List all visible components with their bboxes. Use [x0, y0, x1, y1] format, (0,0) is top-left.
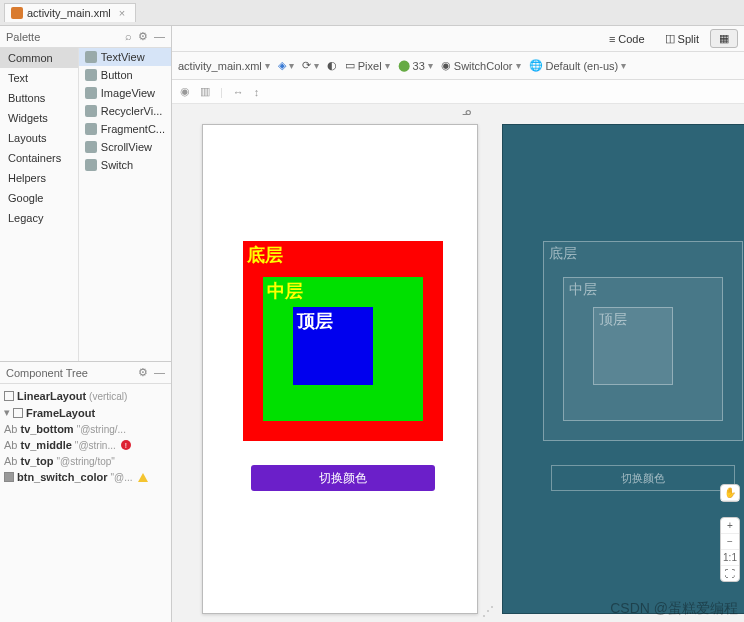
mode-split[interactable]: ◫Split [656, 29, 708, 48]
tree-tv-bottom[interactable]: Ab tv_bottom "@string/... [2, 421, 169, 437]
button-icon [4, 472, 14, 482]
phone-icon: ▭ [345, 59, 355, 72]
locale-selector[interactable]: 🌐 Default (en-us)▾ [529, 59, 627, 72]
category-widgets[interactable]: Widgets [0, 108, 78, 128]
orientation-icon[interactable]: ⟳▾ [302, 59, 319, 72]
gear-icon[interactable]: ⚙ [138, 30, 148, 43]
component-scrollview[interactable]: ScrollView [79, 138, 171, 156]
code-icon: ≡ [609, 33, 615, 45]
zoom-full[interactable]: ⛶ [721, 566, 739, 581]
imageview-icon [85, 87, 97, 99]
blueprint-preview[interactable]: 底层 中层 顶层 切换颜色 [502, 124, 744, 614]
search-icon[interactable]: ⌕ [125, 30, 132, 43]
zoom-out[interactable]: − [721, 534, 739, 550]
tv-top-text: 顶层 [297, 309, 333, 333]
grid-icon[interactable]: ▥ [200, 85, 210, 98]
tree-linearlayout[interactable]: LinearLayout (vertical) [2, 388, 169, 404]
recyclerview-icon [85, 105, 97, 117]
zoom-in[interactable]: + [721, 518, 739, 534]
file-tab-label: activity_main.xml [27, 7, 111, 19]
night-icon[interactable]: ◐ [327, 59, 337, 72]
file-tab[interactable]: activity_main.xml × [4, 3, 136, 22]
split-icon: ◫ [665, 32, 675, 45]
warning-icon [138, 473, 148, 482]
category-legacy[interactable]: Legacy [0, 208, 78, 228]
fragment-icon [85, 123, 97, 135]
tv-bottom-text: 底层 [247, 243, 283, 267]
component-recyclerview[interactable]: RecyclerVi... [79, 102, 171, 120]
component-tree-title: Component Tree [6, 367, 88, 379]
design-toolbar: activity_main.xml▾ ◈▾ ⟳▾ ◐ ▭ Pixel▾ ⬤ 33… [172, 52, 744, 80]
tree-tv-top[interactable]: Ab tv_top "@string/top" [2, 453, 169, 469]
bp-switch-button[interactable]: 切换颜色 [551, 465, 735, 491]
locale-icon: 🌐 [529, 59, 543, 72]
error-icon: ! [121, 440, 131, 450]
zoom-controls: ✋ [720, 484, 740, 502]
tree-tv-middle[interactable]: Ab tv_middle "@strin...! [2, 437, 169, 453]
category-containers[interactable]: Containers [0, 148, 78, 168]
collapse-icon[interactable]: — [154, 366, 165, 379]
device-selector[interactable]: ▭ Pixel▾ [345, 59, 390, 72]
layout-icon [13, 408, 23, 418]
category-google[interactable]: Google [0, 188, 78, 208]
mode-code[interactable]: ≡Code [600, 30, 654, 48]
category-text[interactable]: Text [0, 68, 78, 88]
gear-icon[interactable]: ⚙ [138, 366, 148, 379]
category-layouts[interactable]: Layouts [0, 128, 78, 148]
bp-middle-text: 中层 [569, 281, 597, 299]
tree-btn-switch[interactable]: btn_switch_color "@... [2, 469, 169, 485]
zoom-fit[interactable]: 1:1 [721, 550, 739, 566]
android-icon: ⬤ [398, 59, 410, 72]
surface-icon[interactable]: ◈▾ [278, 59, 294, 72]
expand-icon[interactable]: ↕ [254, 86, 260, 98]
collapse-icon[interactable]: — [154, 30, 165, 43]
bp-top-text: 顶层 [599, 311, 627, 329]
design-icon: ▦ [719, 32, 729, 45]
design-canvas[interactable]: ᓄ 底层 中层 顶层 切换颜色 [172, 104, 744, 622]
palette-title: Palette [6, 31, 40, 43]
hand-icon[interactable]: ✋ [721, 485, 739, 501]
zoom-controls-2: + − 1:1 ⛶ [720, 517, 740, 582]
design-sub-toolbar: ◉ ▥ | ↔ ↕ [172, 80, 744, 104]
file-selector[interactable]: activity_main.xml▾ [178, 60, 270, 72]
switch-icon [85, 159, 97, 171]
palette-header: Palette ⌕ ⚙ — [0, 26, 171, 48]
theme-selector[interactable]: ◉ SwitchColor▾ [441, 59, 521, 72]
bp-bottom-text: 底层 [549, 245, 577, 263]
tree-framelayout[interactable]: ▾FrameLayout [2, 404, 169, 421]
view-mode-bar: ≡Code ◫Split ▦ [172, 26, 744, 52]
mode-design[interactable]: ▦ [710, 29, 738, 48]
category-buttons[interactable]: Buttons [0, 88, 78, 108]
device-preview[interactable]: 底层 中层 顶层 切换颜色 [202, 124, 478, 614]
scrollview-icon [85, 141, 97, 153]
component-switch[interactable]: Switch [79, 156, 171, 174]
component-fragment[interactable]: FragmentC... [79, 120, 171, 138]
eye-icon[interactable]: ◉ [180, 85, 190, 98]
palette-categories: Common Text Buttons Widgets Layouts Cont… [0, 48, 79, 361]
component-tree: LinearLayout (vertical) ▾FrameLayout Ab … [0, 384, 171, 622]
close-icon[interactable]: × [119, 7, 125, 19]
button-icon [85, 69, 97, 81]
layout-icon [4, 391, 14, 401]
tv-middle-text: 中层 [267, 279, 303, 303]
watermark: CSDN @蛋糕爱编程 [610, 600, 738, 618]
component-textview[interactable]: TextView [79, 48, 171, 66]
component-button[interactable]: Button [79, 66, 171, 84]
pan-icon[interactable]: ↔ [233, 86, 244, 98]
xml-file-icon [11, 7, 23, 19]
editor-tabbar: activity_main.xml × [0, 0, 744, 26]
switch-color-button[interactable]: 切换颜色 [251, 465, 435, 491]
magnet-icon[interactable]: ᓄ [462, 105, 471, 118]
palette-components: TextView Button ImageView RecyclerVi... … [79, 48, 171, 361]
api-selector[interactable]: ⬤ 33▾ [398, 59, 433, 72]
category-helpers[interactable]: Helpers [0, 168, 78, 188]
component-tree-header: Component Tree ⚙ — [0, 362, 171, 384]
chevron-down-icon: ▾ [4, 406, 10, 419]
category-common[interactable]: Common [0, 48, 78, 68]
component-imageview[interactable]: ImageView [79, 84, 171, 102]
textview-icon [85, 51, 97, 63]
theme-icon: ◉ [441, 59, 451, 72]
